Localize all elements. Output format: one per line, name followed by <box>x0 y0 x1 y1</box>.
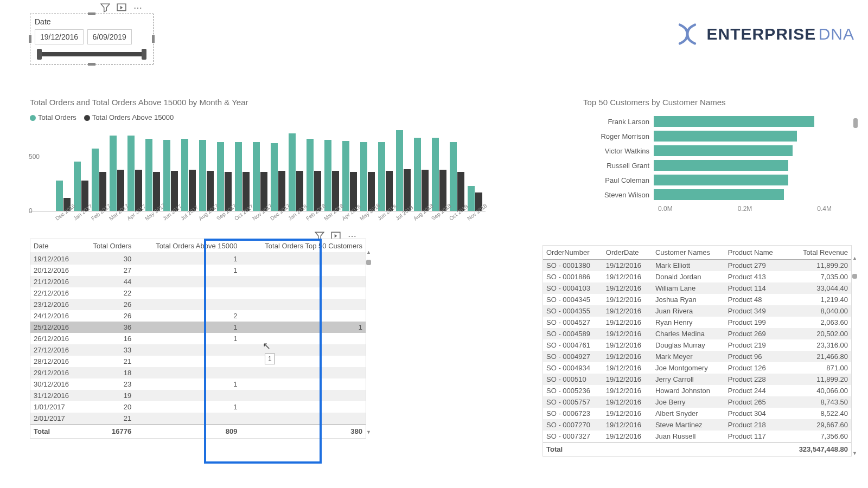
chart-title: Total Orders and Total Orders Above 1500… <box>30 98 486 107</box>
bar-total-orders[interactable] <box>271 143 278 211</box>
bar-total-orders[interactable] <box>145 139 152 211</box>
bar-total-orders[interactable] <box>74 162 81 211</box>
bar-total-orders[interactable] <box>342 141 349 211</box>
table-row[interactable]: SO - 000458919/12/2016Charles MedinaProd… <box>543 328 851 339</box>
table-row[interactable]: SO - 000575719/12/2016Joe BerryProduct 2… <box>543 396 851 408</box>
bar-total-orders[interactable] <box>378 142 385 211</box>
bar-total-orders[interactable] <box>360 142 367 211</box>
table-row[interactable]: 19/12/2016301 <box>30 253 366 265</box>
table-row[interactable]: 21/12/201644 <box>30 276 366 287</box>
column-header[interactable]: Total Revenue <box>786 246 851 260</box>
customer-name-label: Roger Morrison <box>583 132 654 140</box>
table-row[interactable]: 30/12/2016231 <box>30 378 366 390</box>
cell-tooltip: 1 <box>265 354 275 364</box>
bar-total-orders[interactable] <box>396 130 403 211</box>
legend-above-15000[interactable]: Total Orders Above 15000 <box>84 113 174 121</box>
table-row[interactable]: 25/12/20163611 <box>30 322 366 333</box>
enterprise-dna-logo: ENTERPRISE DNA <box>675 22 854 47</box>
table-row[interactable]: SO - 000523619/12/2016Howard JohnstonPro… <box>543 385 851 396</box>
orders-by-month-chart[interactable]: Total Orders and Total Orders Above 1500… <box>30 98 486 223</box>
date-from-input[interactable]: 19/12/2016 <box>35 29 84 44</box>
table-row[interactable]: 22/12/201622 <box>30 287 366 299</box>
legend-total-orders[interactable]: Total Orders <box>30 113 76 121</box>
bar-total-orders[interactable] <box>450 142 457 211</box>
bar-total-orders[interactable] <box>110 136 117 211</box>
bar-total-orders[interactable] <box>289 133 296 211</box>
customer-name-label: Russell Grant <box>583 162 654 170</box>
customer-bar[interactable] <box>654 131 797 142</box>
filter-icon[interactable] <box>100 3 110 12</box>
column-header[interactable]: OrderDate <box>603 246 652 260</box>
date-range-slider[interactable] <box>37 52 146 56</box>
customer-name-label: Victor Watkins <box>583 147 654 155</box>
table-row[interactable]: 2/01/201721 <box>30 413 366 425</box>
table-row[interactable]: 20/12/2016271 <box>30 265 366 276</box>
more-options-icon[interactable]: ⋯ <box>133 3 143 12</box>
customer-name-label: Steven Wilson <box>583 191 654 199</box>
table-row[interactable]: SO - 000476119/12/2016Douglas MurrayProd… <box>543 339 851 351</box>
bar-total-orders[interactable] <box>92 149 99 211</box>
bar-total-orders[interactable] <box>235 142 242 211</box>
table-row[interactable]: SO - 000492719/12/2016Mark MeyerProduct … <box>543 351 851 362</box>
table-total-row: Total16776809380 <box>30 425 366 439</box>
table-row[interactable]: 24/12/2016262 <box>30 310 366 322</box>
table-row[interactable]: 28/12/201621 <box>30 356 366 367</box>
date-slicer[interactable]: Date 19/12/2016 6/09/2019 <box>30 14 154 65</box>
table-row[interactable]: SO - 000435519/12/2016Juan RiveraProduct… <box>543 305 851 317</box>
table-row[interactable]: 23/12/201626 <box>30 299 366 310</box>
table-row[interactable]: 1/01/2017201 <box>30 401 366 413</box>
table-row[interactable]: 27/12/201633 <box>30 344 366 356</box>
bar-total-orders[interactable] <box>127 136 135 211</box>
chart-scrollbar[interactable] <box>853 118 858 128</box>
table-row[interactable]: SO - 000138019/12/2016Mark ElliottProduc… <box>543 260 851 272</box>
order-details-table[interactable]: ▲▼ OrderNumberOrderDateCustomer NamesPro… <box>542 245 852 457</box>
table-row[interactable]: 26/12/2016161 <box>30 333 366 344</box>
customer-bar[interactable] <box>654 175 788 185</box>
table-row[interactable]: SO - 000493419/12/2016Joe MontgomeryProd… <box>543 362 851 374</box>
table-total-row: Total323,547,448.80 <box>543 442 851 457</box>
customer-name-label: Paul Coleman <box>583 176 654 184</box>
bar-total-orders[interactable] <box>253 142 260 211</box>
bar-total-orders[interactable] <box>199 140 206 211</box>
bar-total-orders[interactable] <box>217 142 224 211</box>
bar-total-orders[interactable] <box>324 140 331 211</box>
top-50-customers-chart[interactable]: Top 50 Customers by Customer Names Frank… <box>583 98 854 213</box>
table-row[interactable]: 31/12/201619 <box>30 390 366 401</box>
slicer-title: Date <box>35 17 149 26</box>
table-row[interactable]: SO - 000727019/12/2016Steve MartinezProd… <box>543 419 851 431</box>
column-header[interactable]: Customer Names <box>652 246 725 260</box>
focus-mode-icon[interactable] <box>117 3 126 12</box>
bar-total-orders[interactable] <box>181 139 188 211</box>
column-header[interactable]: OrderNumber <box>543 246 603 260</box>
chart-title: Top 50 Customers by Customer Names <box>583 98 854 107</box>
column-header[interactable]: Total Orders <box>81 239 135 253</box>
bar-total-orders[interactable] <box>307 139 314 211</box>
column-header[interactable]: Total Orders Top 50 Customers <box>240 239 366 253</box>
bar-total-orders[interactable] <box>163 140 170 211</box>
table-row[interactable]: SO - 000434519/12/2016Joshua RyanProduct… <box>543 294 851 305</box>
table-row[interactable]: SO - 000732719/12/2016Juan RussellProduc… <box>543 431 851 442</box>
column-header[interactable]: Date <box>30 239 81 253</box>
customer-bar[interactable] <box>654 145 793 156</box>
table-row[interactable]: SO - 000672319/12/2016Albert SnyderProdu… <box>543 408 851 419</box>
table-scrollbar[interactable]: ▲▼ <box>852 255 857 456</box>
table-row[interactable]: SO - 00051019/12/2016Jerry CarrollProduc… <box>543 374 851 385</box>
table-row[interactable]: SO - 000188619/12/2016Donald JordanProdu… <box>543 271 851 282</box>
date-to-input[interactable]: 6/09/2019 <box>87 29 132 44</box>
bar-total-orders[interactable] <box>432 138 439 211</box>
table-row[interactable]: SO - 000452719/12/2016Ryan HenryProduct … <box>543 317 851 328</box>
customer-bar[interactable] <box>654 116 814 127</box>
column-header[interactable]: Product Name <box>725 246 786 260</box>
bar-total-orders[interactable] <box>414 138 421 211</box>
customer-bar[interactable] <box>654 189 784 200</box>
orders-by-date-table[interactable]: ▲▼ DateTotal OrdersTotal Orders Above 15… <box>30 239 366 439</box>
table-scrollbar[interactable]: ▲▼ <box>366 250 371 434</box>
table-row[interactable]: SO - 000410319/12/2016William LaneProduc… <box>543 282 851 294</box>
customer-name-label: Frank Larson <box>583 118 654 126</box>
table-row[interactable]: 29/12/201618 <box>30 367 366 378</box>
customer-bar[interactable] <box>654 160 788 171</box>
column-header[interactable]: Total Orders Above 15000 <box>135 239 240 253</box>
bar-total-orders[interactable] <box>56 181 63 211</box>
